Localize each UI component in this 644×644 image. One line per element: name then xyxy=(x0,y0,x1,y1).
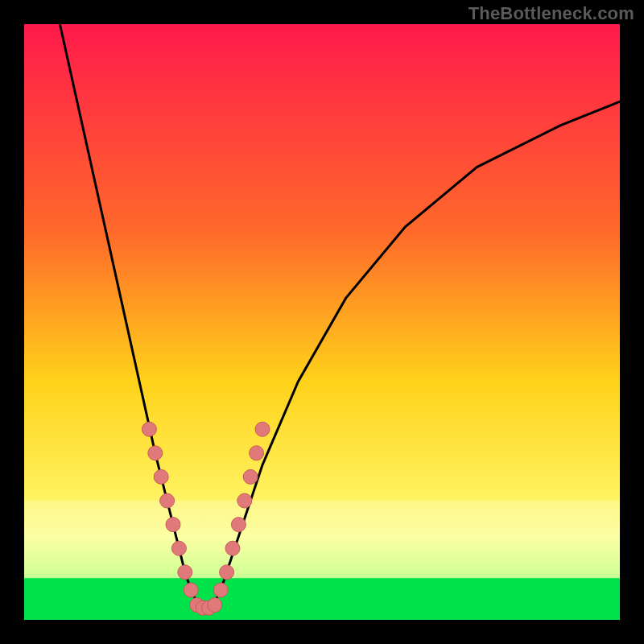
data-marker xyxy=(250,446,264,460)
pale-yellow-band xyxy=(24,501,620,578)
data-marker xyxy=(171,541,186,555)
chart-frame: TheBottleneck.com xyxy=(0,0,644,644)
data-marker xyxy=(166,518,180,532)
data-marker xyxy=(142,422,156,436)
data-marker xyxy=(154,469,168,484)
data-marker xyxy=(225,541,240,555)
data-marker xyxy=(231,518,246,532)
data-marker xyxy=(255,422,270,436)
data-marker xyxy=(208,598,222,613)
watermark-text: TheBottleneck.com xyxy=(469,3,634,24)
data-marker xyxy=(160,493,175,508)
data-marker xyxy=(237,493,252,508)
bottleneck-chart xyxy=(0,0,644,644)
data-marker xyxy=(243,469,258,484)
data-marker xyxy=(213,583,228,597)
data-marker xyxy=(184,583,198,597)
green-band xyxy=(24,578,620,620)
data-marker xyxy=(148,446,163,460)
data-marker xyxy=(178,565,192,580)
data-marker xyxy=(220,565,234,580)
